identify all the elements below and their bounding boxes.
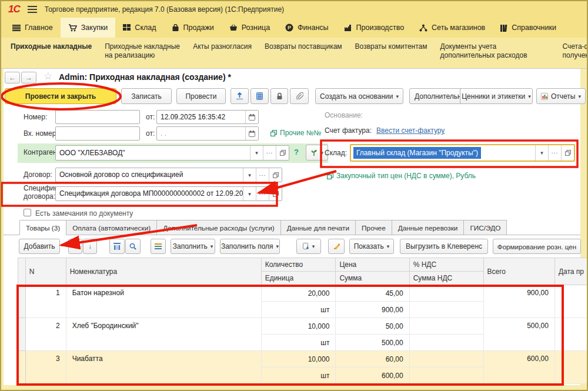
- lock-button[interactable]: [270, 88, 288, 104]
- retail-prices-button[interactable]: Формирование розн. цен: [493, 239, 581, 254]
- contractor-check-help[interactable]: ?: [294, 148, 299, 156]
- choose-button[interactable]: [256, 168, 269, 182]
- choose-button[interactable]: [548, 145, 561, 161]
- tab-dop-rashody[interactable]: Дополнительные расходы (услуги): [157, 220, 281, 235]
- submenu-dokumenty-ucheta[interactable]: Документы учета дополнительных расходов: [440, 42, 550, 68]
- other-numbers-link[interactable]: Прочие №№: [270, 129, 321, 137]
- fill-button[interactable]: Заполнить: [171, 239, 215, 254]
- create-based-on-button[interactable]: Создать на основании: [315, 88, 403, 104]
- col-sum[interactable]: Сумма: [336, 272, 409, 285]
- registers-button[interactable]: [250, 88, 269, 104]
- col-price[interactable]: Цена: [336, 258, 409, 272]
- col-unit[interactable]: Единица: [261, 272, 336, 285]
- submenu-prihodnye-na-realizaciyu[interactable]: Приходные накладные на реализацию: [105, 42, 180, 68]
- dropdown-button[interactable]: [243, 168, 256, 182]
- submenu-scheta-faktury[interactable]: Счета-фактуры полученные: [563, 42, 587, 68]
- show-button[interactable]: Показать: [349, 239, 394, 254]
- totals-button[interactable]: [109, 239, 125, 254]
- write-button[interactable]: Записать: [121, 88, 172, 104]
- reports-button[interactable]: Отчеты: [536, 88, 586, 104]
- list-settings-button[interactable]: [151, 239, 166, 254]
- open-link-button[interactable]: [276, 146, 289, 160]
- col-total[interactable]: Всего: [483, 258, 554, 285]
- upload-button[interactable]: [230, 88, 249, 104]
- col-quantity[interactable]: Количество: [261, 258, 336, 272]
- products-table: N Номенклатура Количество Цена % НДС Все…: [18, 258, 588, 384]
- col-vat[interactable]: % НДС: [409, 258, 483, 272]
- remarks-checkbox[interactable]: [24, 209, 31, 216]
- tab-dannye-pechati[interactable]: Данные для печати: [281, 220, 356, 235]
- search-button[interactable]: [125, 239, 141, 254]
- registers-icon: [256, 92, 263, 100]
- submenu-vozvraty-postavshchikam[interactable]: Возвраты поставщикам: [265, 42, 342, 68]
- submenu-vozvraty-komitentam[interactable]: Возвраты комитентам: [355, 42, 427, 68]
- selected-cell[interactable]: 60,00: [336, 351, 409, 367]
- submenu-akty-raznoglasiya[interactable]: Акты разногласия: [193, 42, 252, 68]
- favorite-star-icon[interactable]: ☆: [44, 70, 52, 82]
- table-row[interactable]: 2 Хлеб "Бородинский" 10,000 50,00 500,00: [18, 318, 588, 335]
- incoming-date-field[interactable]: . .: [156, 126, 259, 141]
- calendar-icon[interactable]: [245, 111, 258, 123]
- dropdown-button[interactable]: [243, 187, 256, 200]
- sidebar-item-glavnoe[interactable]: Главное: [5, 18, 61, 38]
- contract-field[interactable]: Основной договор со спецификацией: [55, 168, 282, 182]
- tab-gis-edo[interactable]: ГИС/ЭДО: [464, 220, 507, 235]
- totals-icon: [113, 243, 121, 250]
- forward-button[interactable]: →: [21, 72, 36, 83]
- export-kleverens-button[interactable]: Выгрузить в Клеверенс: [400, 239, 488, 254]
- post-and-close-button[interactable]: Провести и закрыть: [5, 88, 116, 104]
- incoming-number-input[interactable]: [55, 126, 140, 141]
- dropdown-button[interactable]: [250, 146, 263, 160]
- calendar-icon[interactable]: [245, 127, 258, 140]
- sidebar-item-prodazhi[interactable]: Продажи: [164, 18, 222, 38]
- sidebar-item-set-magazinov[interactable]: Сеть магазинов: [412, 18, 493, 38]
- back-button[interactable]: ←: [5, 72, 20, 83]
- sidebar-item-roznica[interactable]: Розница: [222, 18, 278, 38]
- sidebar-item-sklad[interactable]: Склад: [115, 18, 163, 38]
- incoming-date-label: от:: [146, 129, 155, 138]
- number-label: Номер:: [24, 113, 47, 121]
- fill-fields-button[interactable]: Заполнить поля: [220, 239, 280, 254]
- kleverens-icon-button[interactable]: [328, 239, 345, 254]
- number-input[interactable]: [55, 110, 140, 124]
- move-down-button[interactable]: ↓: [83, 239, 97, 254]
- contractor-field[interactable]: ООО "ХЛЕБЗАВОД": [55, 145, 289, 161]
- price-tags-button[interactable]: Ценники и этикетки: [460, 88, 533, 104]
- load-document-button[interactable]: [296, 239, 321, 254]
- open-link-button[interactable]: [269, 187, 282, 200]
- tab-tovary[interactable]: Товары (3): [19, 220, 66, 235]
- tab-oplata[interactable]: Оплата (автоматически): [66, 220, 157, 235]
- warehouse-field[interactable]: Главный склад (Магазин "Продукты"): [350, 144, 575, 162]
- price-type-link[interactable]: Закупочный тип цен (НДС в сумме), Рубль: [327, 172, 476, 180]
- table-row[interactable]: 1 Батон нарезной 20,000 45,00 900,00: [18, 285, 588, 302]
- open-link-button[interactable]: [269, 168, 282, 182]
- submenu-prihodnye-nakladnye[interactable]: Приходные накладные: [11, 42, 92, 68]
- tab-dannye-perevozki[interactable]: Данные перевозки: [392, 220, 465, 235]
- choose-button[interactable]: [256, 187, 269, 200]
- sidebar-item-proizvodstvo[interactable]: Производство: [336, 18, 412, 38]
- table-row-selected[interactable]: 3 Чиабатта 10,000 60,00 600,00: [18, 351, 588, 367]
- window-title: Торговое предприятие, редакция 7.0 (Базо…: [45, 5, 284, 14]
- attachments-button[interactable]: [290, 88, 309, 104]
- spec-field[interactable]: Спецификация договора МП0000000000002 от…: [55, 186, 282, 201]
- sidebar-item-zakupki[interactable]: Закупки: [61, 18, 116, 38]
- dropdown-button[interactable]: [535, 145, 548, 161]
- choose-button[interactable]: [263, 146, 276, 160]
- sidebar-item-finansy[interactable]: P Финансы: [278, 18, 336, 38]
- sales-bag-icon: [172, 24, 179, 32]
- tab-prochee[interactable]: Прочее: [356, 220, 392, 235]
- enter-invoice-link[interactable]: Ввести счет-фактуру: [376, 126, 445, 135]
- col-n[interactable]: N: [25, 258, 66, 285]
- col-nomenclature[interactable]: Номенклатура: [66, 258, 261, 285]
- move-up-button[interactable]: ↑: [68, 239, 82, 254]
- add-row-button[interactable]: Добавить: [19, 239, 60, 254]
- open-window-icon: [270, 130, 277, 136]
- post-button[interactable]: Провести: [176, 88, 226, 104]
- arrow-down-icon: ↓: [88, 242, 92, 250]
- date-field[interactable]: 12.09.2025 16:35:42: [156, 110, 259, 124]
- open-link-button[interactable]: [561, 145, 574, 161]
- sidebar-item-spravochniki[interactable]: Справочники: [493, 18, 564, 38]
- col-vat-sum[interactable]: Сумма НДС: [409, 272, 483, 285]
- main-menu-icon[interactable]: [28, 6, 37, 13]
- col-date[interactable]: Дата пр: [554, 258, 587, 285]
